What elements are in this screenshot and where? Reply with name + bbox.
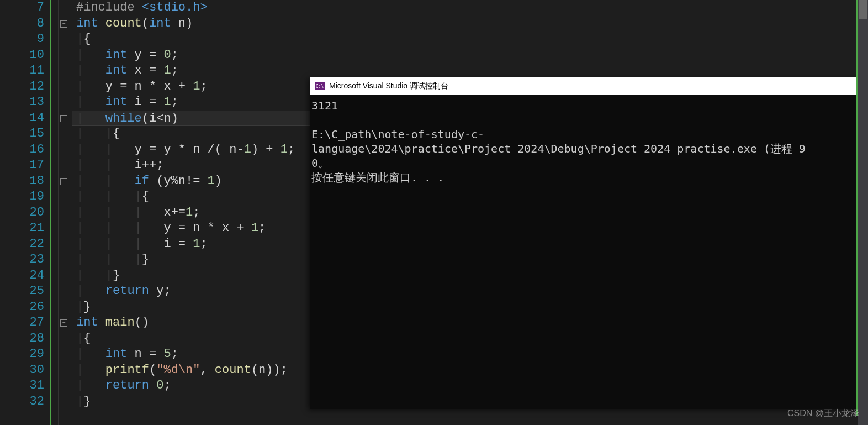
scrollbar-thumb[interactable]	[859, 0, 867, 19]
line-number: 12	[0, 79, 44, 95]
line-numbers: 7891011121314151617181920212223242526272…	[0, 0, 50, 425]
line-number: 27	[0, 315, 44, 331]
console-output: 3121 E:\C_path\note-of-study-c-language\…	[310, 95, 868, 188]
line-number: 28	[0, 331, 44, 347]
fold-toggle[interactable]: −	[60, 115, 67, 122]
line-number: 23	[0, 252, 44, 268]
line-number: 17	[0, 158, 44, 174]
line-number: 7	[0, 0, 44, 16]
vertical-scrollbar[interactable]	[858, 0, 868, 425]
line-number: 8	[0, 16, 44, 32]
line-number: 18	[0, 174, 44, 190]
console-titlebar[interactable]: C:\ Microsoft Visual Studio 调试控制台	[310, 77, 868, 95]
console-title: Microsoft Visual Studio 调试控制台	[329, 81, 448, 91]
line-number: 24	[0, 268, 44, 284]
debug-console-window: C:\ Microsoft Visual Studio 调试控制台 3121 E…	[310, 77, 868, 409]
line-number: 15	[0, 126, 44, 142]
line-number: 25	[0, 284, 44, 300]
editor-gutter: 7891011121314151617181920212223242526272…	[0, 0, 59, 425]
line-number: 13	[0, 95, 44, 111]
code-line[interactable]: #include <stdio.h>	[72, 0, 740, 16]
code-line[interactable]: |{	[72, 32, 740, 48]
change-margin	[50, 0, 51, 425]
line-number: 32	[0, 394, 44, 410]
line-number: 9	[0, 32, 44, 48]
console-icon: C:\	[315, 82, 325, 90]
code-line[interactable]: | int y = 0;	[72, 48, 740, 64]
line-number: 11	[0, 63, 44, 79]
line-number: 10	[0, 48, 44, 64]
line-number: 14	[0, 111, 44, 127]
code-line[interactable]: | int x = 1;	[72, 63, 740, 79]
line-number: 21	[0, 221, 44, 237]
line-number: 20	[0, 205, 44, 221]
line-number: 22	[0, 237, 44, 253]
fold-toggle[interactable]: −	[60, 319, 67, 327]
line-number: 16	[0, 142, 44, 158]
fold-column: −−−−	[59, 0, 72, 425]
line-number: 19	[0, 189, 44, 205]
watermark-text: CSDN @王小龙泽	[787, 408, 859, 419]
fold-toggle[interactable]: −	[60, 178, 67, 185]
code-line[interactable]: int count(int n)	[72, 16, 740, 32]
fold-toggle[interactable]: −	[60, 20, 67, 28]
line-number: 31	[0, 378, 44, 394]
line-number: 30	[0, 363, 44, 379]
line-number: 29	[0, 347, 44, 363]
line-number: 26	[0, 300, 44, 316]
